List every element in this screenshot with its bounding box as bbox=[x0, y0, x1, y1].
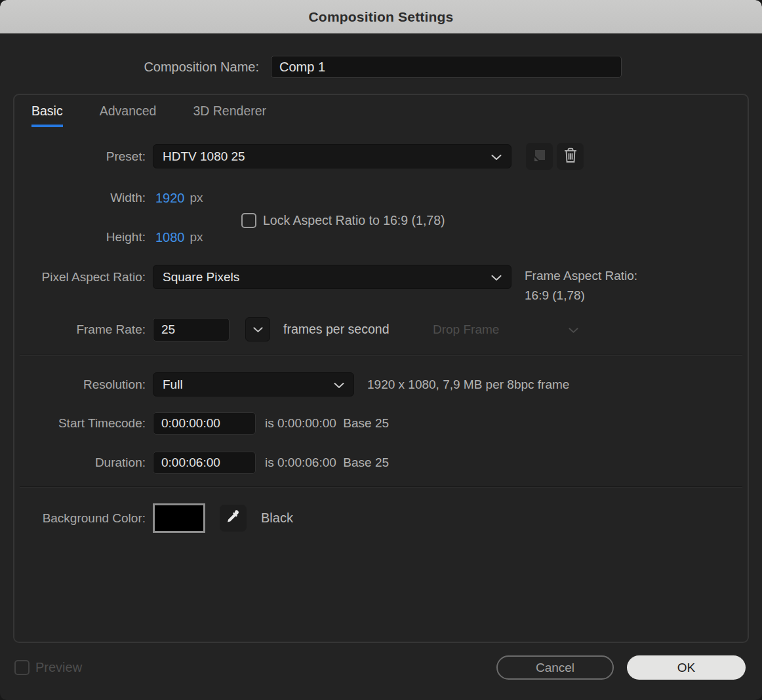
resolution-dropdown[interactable]: Full bbox=[153, 372, 354, 397]
chevron-down-icon bbox=[334, 378, 344, 392]
lock-aspect-label: Lock Aspect Ratio to 16:9 (1,78) bbox=[263, 213, 445, 228]
chevron-down-icon bbox=[491, 149, 502, 164]
frame-rate-row: Frame Rate: frames per second Drop Frame bbox=[0, 317, 762, 341]
width-label: Width: bbox=[0, 191, 146, 205]
title-bar: Composition Settings bbox=[0, 0, 762, 33]
resolution-row: Resolution: Full 1920 x 1080, 7,9 MB per… bbox=[0, 372, 762, 397]
height-row: Height: 1080 px bbox=[0, 229, 762, 246]
start-timecode-input[interactable] bbox=[153, 412, 256, 435]
background-color-row: Background Color: Black bbox=[0, 503, 762, 533]
preset-dropdown[interactable]: HDTV 1080 25 bbox=[153, 144, 511, 168]
composition-name-row: Composition Name: bbox=[0, 56, 762, 78]
pixel-aspect-ratio-value: Square Pixels bbox=[163, 270, 239, 284]
height-unit: px bbox=[190, 230, 203, 244]
eyedropper-icon bbox=[226, 509, 241, 527]
cancel-button[interactable]: Cancel bbox=[496, 655, 614, 680]
save-preset-icon bbox=[531, 147, 548, 166]
chevron-down-icon bbox=[253, 324, 263, 336]
lock-aspect-row: Lock Aspect Ratio to 16:9 (1,78) bbox=[241, 213, 635, 228]
composition-name-input[interactable] bbox=[271, 56, 622, 78]
chevron-down-icon bbox=[491, 270, 502, 284]
cancel-button-label: Cancel bbox=[536, 661, 574, 675]
lock-aspect-checkbox[interactable] bbox=[241, 213, 256, 228]
preset-label: Preset: bbox=[0, 149, 146, 164]
chevron-down-icon bbox=[569, 322, 578, 337]
frame-rate-unit: frames per second bbox=[283, 322, 390, 337]
composition-name-label: Composition Name: bbox=[0, 60, 259, 75]
ok-button-label: OK bbox=[677, 661, 695, 675]
drop-frame-dropdown: Drop Frame bbox=[433, 322, 578, 337]
ok-button[interactable]: OK bbox=[627, 655, 746, 680]
delete-preset-button[interactable] bbox=[557, 143, 584, 170]
duration-label: Duration: bbox=[0, 456, 146, 470]
duration-info: is 0:00:06:00 Base 25 bbox=[265, 456, 389, 470]
tab-basic[interactable]: Basic bbox=[31, 104, 63, 127]
duration-row: Duration: is 0:00:06:00 Base 25 bbox=[0, 452, 762, 474]
dialog-title: Composition Settings bbox=[309, 9, 454, 25]
resolution-value: Full bbox=[163, 378, 183, 392]
start-timecode-row: Start Timecode: is 0:00:00:00 Base 25 bbox=[0, 412, 762, 435]
start-timecode-info: is 0:00:00:00 Base 25 bbox=[265, 416, 389, 431]
pixel-aspect-ratio-row: Pixel Aspect Ratio: Square Pixels bbox=[0, 265, 762, 289]
tab-bar: Basic Advanced 3D Renderer bbox=[31, 104, 266, 127]
save-preset-button[interactable] bbox=[526, 143, 553, 170]
width-value[interactable]: 1920 bbox=[155, 191, 185, 206]
eyedropper-button[interactable] bbox=[220, 505, 247, 532]
preview-label: Preview bbox=[35, 660, 82, 675]
frame-rate-label: Frame Rate: bbox=[0, 322, 146, 337]
settings-panel bbox=[13, 94, 749, 643]
resolution-info: 1920 x 1080, 7,9 MB per 8bpc frame bbox=[367, 378, 569, 392]
drop-frame-label: Drop Frame bbox=[433, 322, 499, 337]
pixel-aspect-ratio-label: Pixel Aspect Ratio: bbox=[0, 270, 146, 284]
section-divider bbox=[20, 486, 742, 487]
resolution-label: Resolution: bbox=[0, 378, 146, 392]
frame-aspect-ratio-label: Frame Aspect Ratio: bbox=[525, 266, 637, 286]
background-color-name: Black bbox=[261, 511, 293, 526]
tab-3d-renderer[interactable]: 3D Renderer bbox=[193, 104, 266, 127]
pixel-aspect-ratio-dropdown[interactable]: Square Pixels bbox=[153, 265, 511, 289]
tab-advanced[interactable]: Advanced bbox=[100, 104, 157, 127]
width-row: Width: 1920 px bbox=[0, 189, 762, 206]
start-timecode-label: Start Timecode: bbox=[0, 416, 146, 431]
trash-icon bbox=[563, 147, 578, 166]
frame-aspect-ratio-block: Frame Aspect Ratio: 16:9 (1,78) bbox=[525, 266, 637, 305]
frame-aspect-ratio-value: 16:9 (1,78) bbox=[525, 286, 637, 305]
preview-row: Preview bbox=[14, 659, 211, 675]
section-divider bbox=[20, 355, 742, 355]
height-label: Height: bbox=[0, 230, 146, 244]
background-color-swatch[interactable] bbox=[153, 503, 205, 533]
width-unit: px bbox=[190, 191, 203, 205]
duration-input[interactable] bbox=[153, 452, 256, 474]
preview-checkbox bbox=[14, 660, 30, 675]
preset-value: HDTV 1080 25 bbox=[163, 149, 245, 164]
preset-row: Preset: HDTV 1080 25 bbox=[0, 144, 762, 168]
background-color-label: Background Color: bbox=[0, 511, 146, 526]
height-value[interactable]: 1080 bbox=[155, 230, 185, 245]
frame-rate-dropdown-button[interactable] bbox=[245, 317, 270, 341]
frame-rate-input[interactable] bbox=[153, 318, 230, 341]
composition-settings-dialog: Composition Settings Composition Name: B… bbox=[0, 0, 762, 700]
